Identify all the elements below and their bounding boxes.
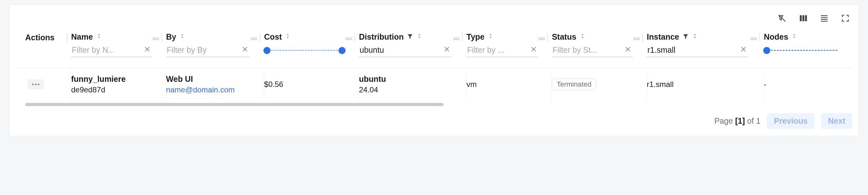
column-header-actions: Actions [25,32,71,42]
header-label-by: By [166,32,176,41]
header-label-actions: Actions [25,33,55,42]
filter-off-icon[interactable] [777,13,787,23]
row-id: de9ed87d [71,85,159,95]
svg-rect-0 [800,15,802,21]
header-label-instance: Instance [647,32,679,41]
svg-rect-2 [805,15,807,21]
header-label-distribution: Distribution [359,32,404,41]
svg-rect-1 [803,15,804,21]
page-indicator: Page [1] of 1 [714,116,761,126]
filter-name-input[interactable] [71,44,143,56]
sort-icon[interactable] [792,32,797,41]
svg-point-35 [38,84,40,85]
filter-name[interactable] [71,44,152,57]
drag-handle-icon[interactable] [633,33,640,43]
cell-cost: $0.56 [264,68,359,101]
row-instance: r1.small [647,79,757,89]
filter-type-input[interactable] [467,44,529,56]
slider-thumb-min[interactable] [763,47,770,54]
nodes-range-slider[interactable] [764,46,839,56]
cell-instance: r1.small [647,68,764,101]
column-header-nodes[interactable]: Nodes [764,32,852,56]
row-distribution: ubuntu [359,74,460,85]
clear-icon[interactable] [529,46,538,55]
clear-icon[interactable] [623,46,633,55]
cost-range-slider[interactable] [264,46,345,56]
column-header-cost[interactable]: Cost [264,32,359,56]
clear-icon[interactable] [739,46,748,55]
drag-handle-icon[interactable] [538,33,546,43]
next-button[interactable]: Next [821,113,852,129]
column-header-name[interactable]: Name [71,32,166,57]
header-label-cost: Cost [264,32,282,41]
table-header-row: Actions Name By [16,32,852,57]
drag-handle-icon[interactable] [152,33,160,43]
slider-thumb-min[interactable] [264,47,271,54]
fullscreen-icon[interactable] [840,13,850,23]
drag-handle-icon[interactable] [250,33,258,43]
filter-type[interactable] [467,44,538,57]
clear-icon[interactable] [143,46,152,55]
filter-distribution-input[interactable] [359,44,442,56]
sort-icon[interactable] [416,32,422,41]
row-actions-button[interactable] [28,79,44,89]
columns-icon[interactable] [798,13,808,23]
cell-distribution: ubuntu 24.04 [359,68,467,101]
slider-track [765,50,837,51]
column-header-by[interactable]: By [166,32,264,57]
drag-handle-icon[interactable] [345,33,352,43]
sort-icon[interactable] [96,32,102,41]
cell-by: Web UI name@domain.com [166,68,264,101]
row-name: funny_lumiere [71,74,159,85]
drag-handle-icon[interactable] [750,33,757,43]
cell-name: funny_lumiere de9ed87d [71,68,166,101]
pagination: Page [1] of 1 Previous Next [16,113,852,129]
filter-active-icon[interactable] [407,32,413,41]
filter-instance[interactable] [647,44,748,57]
column-header-type[interactable]: Type [467,32,552,57]
sort-icon[interactable] [692,32,698,41]
row-by-source: Web UI [166,74,257,85]
row-nodes: - [764,79,846,89]
slider-thumb-max[interactable] [339,47,345,54]
drag-handle-icon[interactable] [453,33,460,43]
filter-by-input[interactable] [166,44,240,56]
sort-icon[interactable] [488,32,493,41]
cell-status: Terminated [552,68,647,101]
cell-actions [25,68,71,101]
header-label-name: Name [71,32,93,41]
row-cost: $0.56 [264,79,352,89]
status-badge: Terminated [552,79,596,90]
filter-instance-input[interactable] [647,44,739,56]
sort-icon[interactable] [180,32,185,41]
sort-icon[interactable] [580,32,585,41]
toolbar [16,10,852,26]
horizontal-scrollbar[interactable] [25,103,443,106]
table-body: funny_lumiere de9ed87d Web UI name@domai… [16,68,852,101]
clear-icon[interactable] [240,46,250,55]
svg-point-34 [35,84,37,85]
filter-status[interactable] [552,44,633,57]
column-header-instance[interactable]: Instance [647,32,764,57]
column-header-status[interactable]: Status [552,32,647,57]
header-label-type: Type [467,32,485,41]
header-label-status: Status [552,32,576,41]
clear-icon[interactable] [442,46,452,55]
row-by-email[interactable]: name@domain.com [166,85,257,95]
filter-by[interactable] [166,44,250,57]
density-icon[interactable] [819,13,829,23]
header-label-nodes: Nodes [764,32,788,41]
row-distribution-version: 24.04 [359,85,460,95]
cell-type: vm [467,68,552,101]
filter-status-input[interactable] [552,44,623,56]
previous-button[interactable]: Previous [767,113,815,129]
table-row: funny_lumiere de9ed87d Web UI name@domai… [16,68,852,101]
sort-icon[interactable] [285,32,290,41]
data-table-card: Actions Name By [9,4,859,136]
filter-distribution[interactable] [359,44,452,57]
column-header-distribution[interactable]: Distribution [359,32,467,57]
row-type: vm [467,79,545,89]
cell-nodes: - [764,68,852,101]
svg-point-33 [32,84,34,85]
filter-active-icon[interactable] [682,32,689,41]
